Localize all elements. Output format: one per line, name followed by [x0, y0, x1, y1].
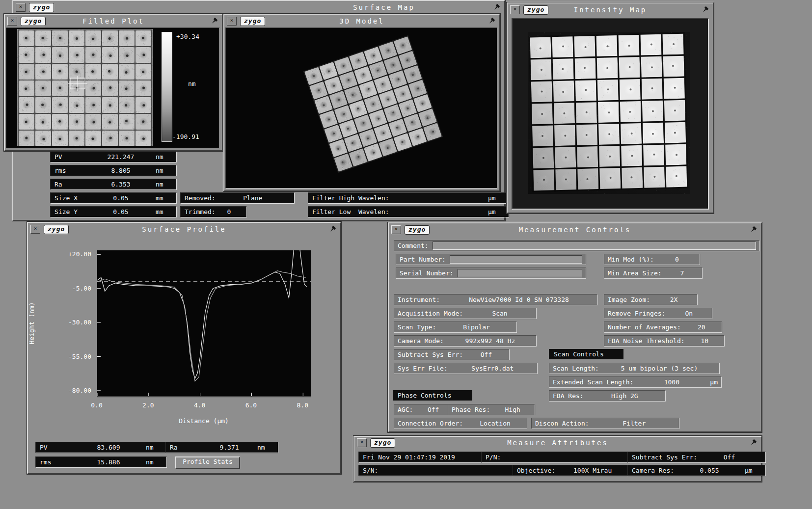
field-value: Bipolar — [440, 323, 513, 331]
field-value: NewView7000 Id 0 SN 073328 — [444, 296, 594, 303]
surface-profile-titlebar[interactable]: × zygo Surface Profile — [28, 223, 340, 236]
field-subtract-sys-err[interactable]: Subtract Sys Err: Off — [394, 349, 510, 360]
zygo-logo[interactable]: zygo — [405, 225, 430, 235]
color-scale-bar — [162, 32, 172, 142]
field-camera-mode[interactable]: Camera Mode: 992x992 48 Hz — [394, 335, 537, 347]
field-remove-fringes[interactable]: Remove Fringes: On — [604, 308, 712, 319]
serial-number-input[interactable] — [458, 269, 582, 277]
field-label: Part Number: — [400, 256, 446, 263]
field-min-area-size[interactable]: Min Area Size: 7 — [604, 268, 703, 279]
y-tick-label: +20.00 — [68, 250, 91, 258]
field-image-zoom[interactable]: Image Zoom: 2X — [604, 294, 698, 305]
zygo-logo[interactable]: zygo — [44, 225, 69, 234]
field-acquisition-mode[interactable]: Acquisition Mode: Scan — [394, 308, 537, 319]
field-fda-noise-threshold[interactable]: FDA Noise Threshold: 10 — [604, 335, 725, 347]
field-scan-length[interactable]: Scan Length: 5 um bipolar (3 sec) — [549, 363, 720, 374]
field-serial-number[interactable]: Serial Number: — [396, 268, 586, 279]
profile-chart-canvas[interactable] — [97, 250, 311, 396]
x-tick-label: 6.0 — [240, 402, 262, 409]
stat-value: 221.247 — [86, 153, 156, 161]
field-part-number[interactable]: Part Number: — [396, 254, 586, 265]
phase-controls-header: Phase Controls — [393, 390, 472, 401]
pin-icon[interactable] — [211, 17, 219, 26]
stat-size-y: Size Y 0.05 mm — [50, 206, 177, 217]
stat-value: 83.609 — [71, 444, 146, 451]
attribute-sn[interactable]: S/N: — [358, 465, 519, 476]
close-icon[interactable]: × — [7, 17, 17, 26]
attribute-pn[interactable]: P/N: — [481, 452, 634, 463]
field-value: Plane — [216, 194, 290, 202]
field-filter-high-wavelen[interactable]: Filter High Wavelen: µm — [308, 192, 509, 204]
field-value: Off — [697, 454, 761, 461]
field-label: Objective: — [517, 467, 555, 474]
close-icon[interactable]: × — [227, 17, 237, 26]
field-label: P/N: — [486, 454, 501, 461]
field-trimmed[interactable]: Trimmed: 0 — [180, 206, 247, 217]
zygo-logo[interactable]: zygo — [240, 17, 265, 26]
surface-map-titlebar[interactable]: × zygo Surface Map — [13, 1, 504, 14]
field-min-mod[interactable]: Min Mod (%): 0 — [604, 254, 700, 265]
field-label: Camera Res: — [632, 467, 674, 474]
surface-profile-window: × zygo Surface Profile +20.00-5.00-30.00… — [27, 222, 341, 474]
field-number-of-averages[interactable]: Number of Averages: 20 — [604, 321, 722, 333]
field-scan-type[interactable]: Scan Type: Bipolar — [394, 321, 517, 333]
close-icon[interactable]: × — [510, 5, 520, 14]
field-filter-low-wavelen[interactable]: Filter Low Wavelen: µm — [308, 206, 509, 217]
model-3d-image[interactable] — [226, 28, 496, 187]
field-value: 20 — [685, 323, 718, 331]
pin-icon[interactable] — [750, 438, 758, 447]
field-fda-res[interactable]: FDA Res: High 2G — [549, 390, 666, 402]
x-tick-label: 0.0 — [86, 402, 108, 409]
part-number-input[interactable] — [450, 255, 582, 264]
close-icon[interactable]: × — [30, 225, 40, 234]
zygo-logo[interactable]: zygo — [29, 3, 54, 12]
filled-plot-image[interactable] — [17, 29, 153, 146]
window-title: Measurement Controls — [389, 226, 761, 234]
pin-icon[interactable] — [493, 3, 502, 12]
field-comment[interactable]: Comment: — [394, 240, 760, 251]
field-value: SysErr0.dat — [452, 365, 534, 372]
stat-value: 8.805 — [86, 167, 156, 174]
close-icon[interactable]: × — [357, 438, 367, 447]
stat-profile-ra: Ra 9.371 nm — [165, 442, 278, 453]
field-connection-order[interactable]: Connection Order: Location — [394, 418, 527, 429]
y-tick-label: -5.00 — [72, 285, 91, 292]
zygo-logo[interactable]: zygo — [370, 438, 395, 448]
field-value: On — [669, 310, 708, 317]
field-label: Acquisition Mode: — [398, 310, 463, 317]
field-instrument[interactable]: Instrument: NewView7000 Id 0 SN 073328 — [394, 294, 598, 305]
pin-icon[interactable] — [702, 5, 710, 14]
field-label: Trimmed: — [185, 208, 216, 215]
field-extended-scan-length[interactable]: Extended Scan Length: 1000 µm — [549, 376, 722, 388]
measurement-controls-titlebar[interactable]: × zygo Measurement Controls — [389, 223, 761, 236]
stat-profile-pv: PV 83.609 nm — [35, 442, 167, 453]
field-phase-res[interactable]: Phase Res: High — [448, 404, 535, 415]
close-icon[interactable]: × — [391, 225, 401, 234]
field-value: 0.055 — [674, 467, 745, 474]
intensity-map-image[interactable] — [528, 32, 690, 194]
zygo-logo[interactable]: zygo — [523, 5, 548, 15]
filled-plot-titlebar[interactable]: × zygo Filled Plot — [5, 15, 222, 27]
field-label: Min Mod (%): — [608, 256, 654, 263]
pin-icon[interactable] — [329, 225, 338, 234]
y-tick-label: -80.00 — [68, 387, 91, 394]
measure-attributes-titlebar[interactable]: × zygo Measure Attributes — [354, 437, 761, 449]
field-removed[interactable]: Removed: Plane — [180, 192, 295, 204]
close-icon[interactable]: × — [16, 3, 26, 12]
field-value: Scan — [467, 310, 533, 317]
pin-icon[interactable] — [750, 225, 758, 234]
field-discon-action[interactable]: Discon Action: Filter — [531, 418, 679, 429]
zygo-logo[interactable]: zygo — [21, 17, 46, 26]
field-label: Filter High Wavelen: — [312, 194, 389, 202]
comment-input[interactable] — [433, 241, 756, 250]
intensity-map-titlebar[interactable]: × zygo Intensity Map — [508, 3, 713, 16]
field-label: FDA Noise Threshold: — [608, 337, 685, 345]
pin-icon[interactable] — [488, 17, 497, 26]
field-sys-err-file[interactable]: Sys Err File: SysErr0.dat — [394, 363, 538, 374]
profile-stats-button[interactable]: Profile Stats — [175, 456, 240, 469]
model-3d-window: × zygo 3D Model — [223, 14, 500, 191]
model-3d-titlebar[interactable]: × zygo 3D Model — [224, 15, 499, 27]
field-agc[interactable]: AGC: Off — [394, 404, 454, 415]
profile-plot-area — [97, 250, 311, 397]
field-value: 2X — [654, 296, 694, 303]
